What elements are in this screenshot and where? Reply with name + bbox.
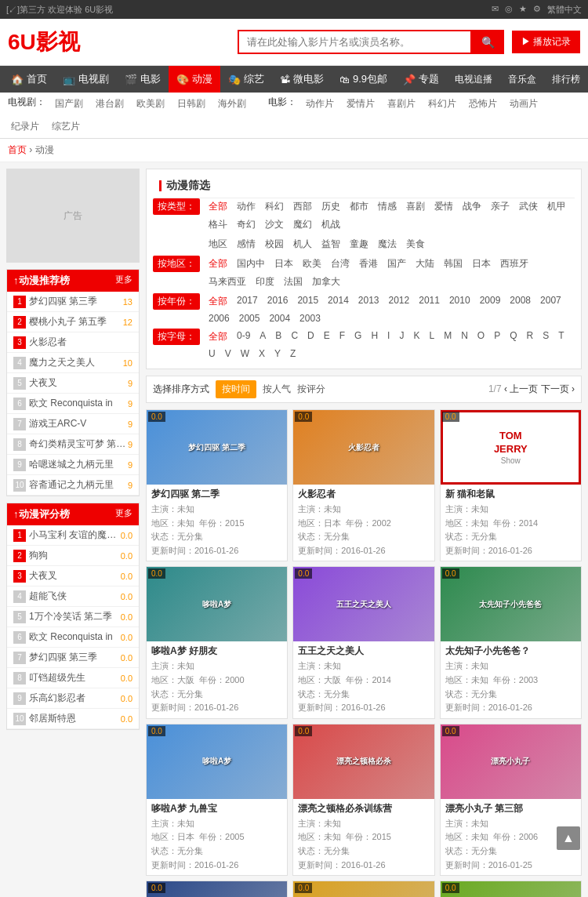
filter-all[interactable]: 全部 (205, 198, 231, 215)
rss-icon[interactable]: ◎ (505, 4, 513, 16)
nav-shop[interactable]: 🛍 9.9包邮 (332, 66, 395, 93)
filter-west[interactable]: 西部 (289, 198, 316, 215)
filter-P[interactable]: P (490, 329, 504, 345)
movie-card[interactable]: 哆啦A梦 0.0 哆啦A梦 九兽宝 主演：未知 地区：日本 年份：2005 状态… (146, 724, 288, 876)
list-item[interactable]: 9 乐高幻影忍者 0.0 (7, 688, 139, 709)
list-item[interactable]: 3 犬夜叉 0.0 (7, 566, 139, 586)
search-button[interactable]: 🔍 (472, 30, 504, 54)
movie-card[interactable]: TOMJERRY Show 0.0 新 猫和老鼠 主演：未知 地区：未知 年份：… (440, 409, 582, 561)
nav-variety[interactable]: 🎭 综艺 (220, 66, 272, 93)
filter-cn[interactable]: 国内中 (233, 256, 269, 272)
movie-card[interactable]: 梦幻四驱 第二季 0.0 梦幻四驱 第二季 主演：未知 地区：未知 年份：201… (146, 409, 288, 561)
breadcrumb-home[interactable]: 首页 (8, 144, 27, 155)
list-item[interactable]: 6 欧文 Reconquista in 0.0 (7, 627, 139, 648)
nav-tv-watch[interactable]: 电视追播 (447, 66, 500, 93)
filter-T[interactable]: T (554, 329, 568, 345)
filter-kr[interactable]: 韩国 (440, 256, 466, 272)
subnav-doc[interactable]: 纪录片 (8, 118, 42, 135)
next-page-top[interactable]: 下一页 › (541, 383, 575, 394)
list-item[interactable]: 6 欧文 Reconquista in 9 (7, 394, 139, 414)
site-logo[interactable]: 6U影视 (8, 27, 80, 57)
filter-feelings[interactable]: 感情 (233, 236, 260, 252)
filter-F[interactable]: F (336, 329, 349, 345)
filter-Z[interactable]: Z (286, 347, 299, 361)
filter-S[interactable]: S (539, 329, 553, 345)
subnav-us[interactable]: 欧美剧 (133, 96, 168, 112)
filter-y2003[interactable]: 2003 (296, 311, 325, 325)
hot-rating-more[interactable]: 更多 (115, 507, 132, 521)
filter-y2007[interactable]: 2007 (536, 293, 565, 310)
filter-jp2[interactable]: 日本 (468, 256, 495, 272)
filter-U[interactable]: U (205, 347, 220, 361)
play-record-button[interactable]: ▶ 播放记录 (512, 31, 580, 53)
filter-y2015[interactable]: 2015 (293, 293, 322, 310)
movie-card[interactable]: 幽灵公主 0.0 幽灵公主之超级天下不 主演：未知 地区：大阪 年份：2014 … (292, 881, 434, 897)
filter-comedy[interactable]: 喜剧 (402, 198, 429, 215)
nav-movie[interactable]: 🎬 电影 (117, 66, 169, 93)
movie-card[interactable]: 跑出之主于初剧天发 0.0 跑出之主于初剧天发 主演：未知 地区：大阪 年份：2… (440, 881, 582, 897)
filter-y2009[interactable]: 2009 (476, 293, 505, 310)
filter-R[interactable]: R (523, 329, 538, 345)
filter-D[interactable]: D (303, 329, 318, 345)
filter-fr[interactable]: 法国 (280, 274, 307, 290)
filter-fantasy[interactable]: 奇幻 (233, 216, 260, 233)
list-item[interactable]: 4 超能飞侠 0.0 (7, 586, 139, 607)
filter-K[interactable]: K (409, 329, 423, 345)
movie-card[interactable]: 漂亮之顿格必杀 0.0 漂亮之顿格必杀训练营 主演：未知 地区：未知 年份：20… (292, 724, 434, 876)
subnav-kr[interactable]: 日韩剧 (174, 96, 209, 112)
nav-anime[interactable]: 🎨 动漫 (169, 66, 220, 93)
filter-Y[interactable]: Y (270, 347, 285, 361)
subnav-domestic[interactable]: 国产剧 (52, 96, 86, 112)
list-item[interactable]: 10 邻居斯特恩 0.0 (7, 709, 139, 729)
filter-y2017[interactable]: 2017 (233, 293, 262, 310)
subnav-hk[interactable]: 港台剧 (93, 96, 127, 112)
nav-tv[interactable]: 📺 电视剧 (55, 66, 117, 93)
filter-y2006[interactable]: 2006 (205, 311, 234, 325)
filter-V[interactable]: V (221, 347, 235, 361)
nav-micro[interactable]: 📽 微电影 (272, 66, 332, 93)
filter-us[interactable]: 欧美 (299, 256, 325, 272)
filter-y2008[interactable]: 2008 (506, 293, 535, 310)
email-icon[interactable]: ✉ (492, 4, 499, 16)
bookmark-icon[interactable]: ★ (519, 4, 527, 16)
filter-domestic[interactable]: 国产 (383, 256, 410, 272)
list-item[interactable]: 1 小马宝利 友谊的魔力 第五 0.0 (7, 525, 139, 546)
movie-card[interactable]: 火影忍者 0.0 火影忍者 主演：未知 地区：日本 年份：2002 状态：无分集… (292, 409, 434, 561)
filter-region-all[interactable]: 全部 (205, 256, 231, 272)
settings-icon[interactable]: ⚙ (533, 4, 541, 16)
filter-G[interactable]: G (350, 329, 365, 345)
filter-E[interactable]: E (320, 329, 334, 345)
filter-martial[interactable]: 武侠 (515, 198, 542, 215)
prev-page-top[interactable]: ‹ 上一页 (504, 383, 538, 394)
filter-in[interactable]: 印度 (252, 274, 278, 290)
subnav-scifi[interactable]: 科幻片 (425, 96, 459, 112)
filter-mech[interactable]: 机人 (289, 236, 316, 252)
filter-09[interactable]: 0-9 (233, 329, 254, 345)
filter-urban[interactable]: 都市 (346, 198, 372, 215)
sort-rating[interactable]: 按评分 (297, 383, 325, 396)
filter-childish[interactable]: 童趣 (346, 236, 372, 252)
filter-region2[interactable]: 地区 (205, 236, 231, 252)
subnav-horror[interactable]: 恐怖片 (466, 96, 500, 112)
filter-C[interactable]: C (287, 329, 302, 345)
filter-edu[interactable]: 益智 (318, 236, 344, 252)
filter-ca[interactable]: 加拿大 (308, 274, 344, 290)
filter-y2004[interactable]: 2004 (265, 311, 294, 325)
movie-card[interactable]: 名侦探柯南 0.0 名侦探柯南 主演：未知 地区：日本 年份：1996 状态：全… (146, 881, 288, 897)
filter-A[interactable]: A (256, 329, 270, 345)
filter-O[interactable]: O (474, 329, 488, 345)
filter-food[interactable]: 美食 (402, 236, 429, 252)
filter-fight[interactable]: 格斗 (205, 216, 231, 233)
filter-N[interactable]: N (457, 329, 472, 345)
movie-card[interactable]: 哆啦A梦 0.0 哆啦A梦 好朋友 主演：未知 地区：大阪 年份：2000 状态… (146, 566, 288, 718)
list-item[interactable]: 4 魔力之天之美人 10 (7, 353, 139, 373)
movie-card[interactable]: 漂亮小丸子 0.0 漂亮小丸子 第三部 主演：未知 地区：未知 年份：2006 … (440, 724, 582, 876)
subnav-anime-movie[interactable]: 动画片 (506, 96, 541, 112)
filter-X[interactable]: X (255, 347, 269, 361)
filter-mecha[interactable]: 机甲 (543, 198, 570, 215)
filter-history[interactable]: 历史 (318, 198, 344, 215)
list-item[interactable]: 2 狗狗 0.0 (7, 546, 139, 566)
language-switch[interactable]: 繁體中文 (547, 4, 582, 16)
list-item[interactable]: 8 奇幻类精灵宝可梦 第三季 9 (7, 434, 139, 455)
subnav-overseas[interactable]: 海外剧 (215, 96, 249, 112)
